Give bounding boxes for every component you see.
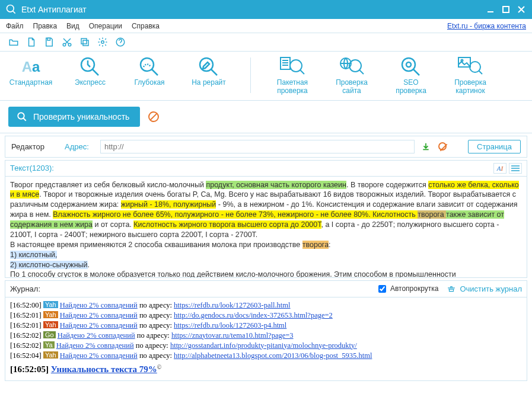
- log-timestamp: [16:52:02]: [10, 331, 42, 340]
- address-input[interactable]: [100, 140, 415, 153]
- log-url[interactable]: https://refdb.ru/look/1272603-pall.html: [174, 301, 291, 309]
- log-timestamp: [16:52:01]: [10, 321, 42, 329]
- text-panel: Текст(1203): AI Творог представляет из с…: [5, 160, 527, 278]
- source-badge: Go: [43, 331, 56, 338]
- menu-ops[interactable]: Операции: [89, 22, 122, 30]
- action-bar: Aa Стандартная Экспресс Глубокая На рера…: [0, 52, 532, 101]
- settings-icon[interactable]: [97, 37, 108, 47]
- new-doc-icon[interactable]: [26, 37, 37, 47]
- menu-view[interactable]: Вид: [66, 22, 79, 30]
- close-button[interactable]: [515, 4, 527, 15]
- log-match-link[interactable]: Найдено 2% совпадений: [60, 311, 138, 319]
- action-images[interactable]: Проверка картинок: [448, 55, 493, 95]
- source-badge: Yah: [43, 321, 58, 328]
- log-timestamp: [16:52:01]: [10, 311, 42, 319]
- svg-point-19: [461, 60, 463, 62]
- action-site[interactable]: Проверка сайта: [329, 55, 374, 95]
- source-badge: Yah: [43, 351, 58, 359]
- svg-point-10: [141, 58, 154, 71]
- log-match-link[interactable]: Найдено 2% совпадений: [56, 341, 134, 350]
- clear-log-button[interactable]: Очистить журнал: [447, 284, 522, 293]
- minimize-button[interactable]: [485, 4, 496, 15]
- action-express[interactable]: Экспресс: [68, 55, 113, 87]
- log-row: [16:52:02] Ya Найдено 2% совпадений по а…: [10, 341, 522, 350]
- action-standard[interactable]: Aa Стандартная: [8, 55, 53, 87]
- log-timestamp: [16:52:00]: [10, 301, 42, 309]
- action-seo-label: SEO проверка: [396, 79, 426, 95]
- svg-point-16: [402, 58, 415, 71]
- action-seo[interactable]: SEO проверка: [388, 55, 434, 95]
- check-row: Проверить уникальность: [0, 101, 532, 133]
- toolbar: [0, 33, 532, 52]
- action-batch-label: Пакетная проверка: [277, 79, 308, 95]
- log-url[interactable]: https://znaytovar.ru/tema10.html?page=3: [171, 331, 294, 340]
- action-express-label: Экспресс: [75, 79, 106, 87]
- log-panel: Журнал: Автопрокрутка Очистить журнал [1…: [5, 280, 527, 381]
- svg-rect-5: [83, 40, 88, 46]
- copyright-icon: ©: [157, 364, 162, 370]
- menu-help[interactable]: Справка: [132, 22, 160, 30]
- log-timestamp: [16:52:04]: [10, 351, 42, 360]
- menubar: Файл Правка Вид Операции Справка Etxt.ru…: [0, 19, 532, 33]
- log-row: [16:52:04] Yah Найдено 2% совпадений по …: [10, 351, 522, 360]
- source-badge: Yah: [43, 311, 58, 318]
- log-url[interactable]: http://gosstandart.info/produkty-pitaniy…: [170, 341, 357, 350]
- action-batch[interactable]: Пакетная проверка: [270, 55, 315, 95]
- editor-label: Редактор: [11, 142, 59, 151]
- log-url[interactable]: http://do.gendocs.ru/docs/index-372653.h…: [174, 311, 333, 319]
- workspace-row: Редактор Адрес: Страница: [5, 136, 527, 158]
- page-tab[interactable]: Страница: [468, 140, 521, 153]
- action-rewrite[interactable]: На рерайт: [186, 55, 231, 87]
- maximize-button[interactable]: [500, 4, 512, 15]
- help-icon[interactable]: [115, 37, 126, 47]
- log-row: [16:52:00] Yah Найдено 2% совпадений по …: [10, 301, 522, 310]
- action-standard-label: Стандартная: [9, 79, 53, 87]
- result-timestamp: [16:52:05]: [10, 364, 51, 374]
- app-title: Etxt Антиплагиат: [21, 5, 87, 14]
- action-site-label: Проверка сайта: [336, 79, 368, 95]
- cut-icon[interactable]: [62, 37, 72, 47]
- run-check-button[interactable]: Проверить уникальность: [8, 107, 140, 127]
- menu-file[interactable]: Файл: [6, 22, 24, 30]
- action-rewrite-label: На рерайт: [192, 79, 226, 87]
- log-url[interactable]: https://refdb.ru/look/1272603-p4.html: [174, 321, 286, 329]
- log-match-link[interactable]: Найдено 2% совпадений: [60, 351, 138, 360]
- source-badge: Yah: [43, 301, 58, 308]
- titlebar: Etxt Антиплагиат: [0, 0, 532, 19]
- text-body[interactable]: Творог представляет из себя белковый кис…: [5, 177, 527, 277]
- save-icon[interactable]: [44, 37, 55, 47]
- app-logo-icon: [5, 3, 18, 16]
- run-check-label: Проверить уникальность: [33, 112, 129, 121]
- folder-open-icon[interactable]: [8, 37, 19, 47]
- svg-point-17: [406, 62, 411, 67]
- log-match-link[interactable]: Найдено 2% совпадений: [60, 301, 138, 309]
- address-label: Адрес:: [65, 142, 94, 151]
- separator: [250, 57, 251, 93]
- svg-point-7: [101, 41, 104, 44]
- copy-icon[interactable]: [79, 37, 90, 47]
- font-button[interactable]: AI: [493, 163, 506, 174]
- log-match-link[interactable]: Найдено 2% совпадений: [58, 331, 135, 340]
- download-icon[interactable]: [420, 141, 431, 152]
- svg-point-0: [7, 5, 14, 12]
- action-images-label: Проверка картинок: [454, 79, 486, 95]
- log-body[interactable]: [16:52:00] Yah Найдено 2% совпадений по …: [5, 297, 527, 380]
- stop-button[interactable]: [148, 111, 159, 122]
- prohibit-icon[interactable]: [437, 141, 448, 152]
- log-title: Журнал:: [10, 284, 40, 293]
- external-link[interactable]: Etxt.ru - биржа контента: [447, 22, 526, 30]
- log-match-link[interactable]: Найдено 2% совпадений: [60, 321, 138, 329]
- svg-rect-2: [47, 38, 50, 40]
- log-row: [16:52:01] Yah Найдено 2% совпадений по …: [10, 321, 522, 330]
- source-badge: Ya: [43, 341, 55, 348]
- action-deep[interactable]: Глубокая: [127, 55, 172, 87]
- uniqueness-result[interactable]: Уникальность текста 79%: [51, 364, 157, 374]
- log-url[interactable]: http://alphabetneeta13.blogspot.com/2013…: [174, 351, 372, 360]
- autoscroll-toggle[interactable]: Автопрокрутка: [376, 283, 438, 295]
- menu-edit[interactable]: Правка: [33, 22, 58, 30]
- log-row: [16:52:02] Go Найдено 2% совпадений по а…: [10, 331, 522, 340]
- autoscroll-checkbox[interactable]: [378, 285, 386, 293]
- lines-button[interactable]: [509, 163, 522, 174]
- svg-point-11: [200, 58, 213, 71]
- log-row: [16:52:01] Yah Найдено 2% совпадений по …: [10, 311, 522, 320]
